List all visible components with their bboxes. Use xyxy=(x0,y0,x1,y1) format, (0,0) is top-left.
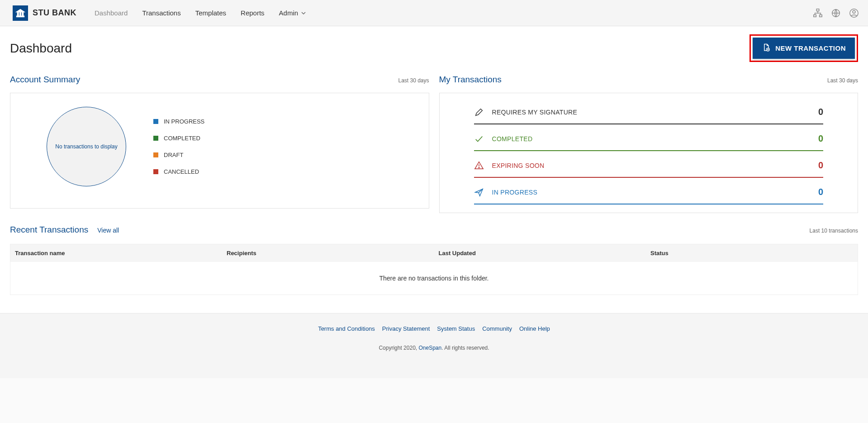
mytx-in-progress[interactable]: IN PROGRESS 0 xyxy=(474,181,824,204)
mytx-label: IN PROGRESS xyxy=(492,189,810,196)
footer-links: Terms and Conditions Privacy Statement S… xyxy=(0,325,868,332)
new-transaction-button[interactable]: NEW TRANSACTION xyxy=(753,38,855,59)
view-all-link[interactable]: View all xyxy=(97,227,119,234)
swatch-completed xyxy=(153,136,158,141)
account-summary-card: No transactions to display IN PROGRESS C… xyxy=(10,93,429,209)
globe-icon[interactable] xyxy=(831,8,841,18)
sitemap-icon[interactable] xyxy=(813,8,823,18)
account-summary-range: Last 30 days xyxy=(398,77,429,84)
recent-head: Recent Transactions View all Last 10 tra… xyxy=(10,225,858,235)
brand-mark-icon xyxy=(13,5,28,21)
my-transactions-card: REQUIRES MY SIGNATURE 0 COMPLETED 0 xyxy=(439,93,859,213)
svg-rect-6 xyxy=(820,14,822,17)
topbar: STU BANK Dashboard Transactions Template… xyxy=(0,0,868,26)
nav-templates[interactable]: Templates xyxy=(195,9,226,17)
nav-admin[interactable]: Admin xyxy=(279,9,307,17)
table-header-row: Transaction name Recipients Last Updated… xyxy=(10,244,858,262)
nav-reports[interactable]: Reports xyxy=(241,9,265,17)
page-title: Dashboard xyxy=(10,41,72,56)
footer-terms[interactable]: Terms and Conditions xyxy=(318,325,375,332)
swatch-cancelled xyxy=(153,169,158,174)
recent-transactions-table: Transaction name Recipients Last Updated… xyxy=(10,244,858,295)
summary-empty-text: No transactions to display xyxy=(55,143,117,150)
page-header: Dashboard NEW TRANSACTION xyxy=(10,34,858,62)
mytx-label: EXPIRING SOON xyxy=(492,162,810,169)
mytx-requires-signature[interactable]: REQUIRES MY SIGNATURE 0 xyxy=(474,101,824,124)
my-transactions-title: My Transactions xyxy=(439,75,502,85)
nav-transactions[interactable]: Transactions xyxy=(142,9,180,17)
send-icon xyxy=(474,187,484,197)
legend-label: DRAFT xyxy=(164,152,183,158)
topbar-actions xyxy=(813,8,859,18)
pencil-icon xyxy=(474,107,484,117)
mytx-count: 0 xyxy=(818,107,823,117)
mytx-label: COMPLETED xyxy=(492,135,810,143)
mytx-count: 0 xyxy=(818,187,823,197)
mytx-count: 0 xyxy=(818,133,823,144)
copyright-prefix: Copyright 2020, xyxy=(379,345,418,351)
table-empty-row: There are no transactions in this folder… xyxy=(10,262,858,295)
account-summary-head: Account Summary Last 30 days xyxy=(10,75,429,85)
svg-rect-3 xyxy=(17,16,24,17)
my-transactions-panel: My Transactions Last 30 days REQUIRES MY… xyxy=(439,75,859,213)
nav-dashboard[interactable]: Dashboard xyxy=(95,9,128,17)
swatch-in-progress xyxy=(153,119,158,124)
document-add-icon xyxy=(762,43,771,53)
nav-admin-label: Admin xyxy=(279,9,299,17)
legend-cancelled: CANCELLED xyxy=(153,168,204,175)
legend-label: COMPLETED xyxy=(164,135,200,142)
recent-range: Last 10 transactions xyxy=(810,228,858,234)
col-transaction-name[interactable]: Transaction name xyxy=(10,244,223,262)
brand-logo[interactable]: STU BANK xyxy=(13,5,76,21)
recent-transactions-section: Recent Transactions View all Last 10 tra… xyxy=(10,225,858,295)
table-empty-text: There are no transactions in this folder… xyxy=(10,262,858,295)
new-transaction-highlight: NEW TRANSACTION xyxy=(749,34,858,62)
mytx-completed[interactable]: COMPLETED 0 xyxy=(474,128,824,151)
col-last-updated[interactable]: Last Updated xyxy=(434,244,646,262)
footer-privacy[interactable]: Privacy Statement xyxy=(382,325,430,332)
col-recipients[interactable]: Recipients xyxy=(222,244,434,262)
main-content: Dashboard NEW TRANSACTION Account Summar… xyxy=(0,26,868,313)
svg-point-9 xyxy=(853,10,855,13)
col-status[interactable]: Status xyxy=(646,244,858,262)
legend-label: IN PROGRESS xyxy=(164,118,204,125)
svg-rect-4 xyxy=(816,9,819,11)
footer: Terms and Conditions Privacy Statement S… xyxy=(0,313,868,378)
copyright-brand-link[interactable]: OneSpan xyxy=(418,345,441,351)
mytx-expiring[interactable]: EXPIRING SOON 0 xyxy=(474,155,824,178)
copyright: Copyright 2020, OneSpan. All rights rese… xyxy=(0,345,868,351)
footer-community[interactable]: Community xyxy=(482,325,512,332)
legend-in-progress: IN PROGRESS xyxy=(153,118,204,125)
chevron-down-icon xyxy=(301,10,306,16)
main-nav: Dashboard Transactions Templates Reports… xyxy=(95,9,306,17)
dashboard-panels: Account Summary Last 30 days No transact… xyxy=(10,75,858,213)
svg-point-11 xyxy=(479,167,479,167)
user-icon[interactable] xyxy=(849,8,859,18)
recent-title: Recent Transactions xyxy=(10,225,88,235)
mytx-count: 0 xyxy=(818,160,823,171)
my-transactions-head: My Transactions Last 30 days xyxy=(439,75,859,85)
legend-completed: COMPLETED xyxy=(153,135,204,142)
footer-online-help[interactable]: Online Help xyxy=(519,325,550,332)
copyright-suffix: . All rights reserved. xyxy=(441,345,489,351)
svg-rect-0 xyxy=(18,12,19,15)
legend-label: CANCELLED xyxy=(164,168,199,175)
summary-donut-chart: No transactions to display xyxy=(47,107,126,186)
account-summary-title: Account Summary xyxy=(10,75,80,85)
check-icon xyxy=(474,134,484,144)
brand-name: STU BANK xyxy=(33,8,76,18)
my-transactions-range: Last 30 days xyxy=(827,77,858,84)
my-transactions-list: REQUIRES MY SIGNATURE 0 COMPLETED 0 xyxy=(474,101,824,204)
svg-rect-1 xyxy=(20,12,21,15)
legend-draft: DRAFT xyxy=(153,152,204,158)
new-transaction-label: NEW TRANSACTION xyxy=(775,44,846,52)
svg-rect-5 xyxy=(814,14,816,17)
mytx-label: REQUIRES MY SIGNATURE xyxy=(492,109,810,116)
summary-legend: IN PROGRESS COMPLETED DRAFT CANCELL xyxy=(153,118,204,175)
account-summary-panel: Account Summary Last 30 days No transact… xyxy=(10,75,429,213)
swatch-draft xyxy=(153,152,158,157)
svg-rect-2 xyxy=(22,12,23,15)
warning-icon xyxy=(474,161,484,171)
footer-system-status[interactable]: System Status xyxy=(437,325,475,332)
